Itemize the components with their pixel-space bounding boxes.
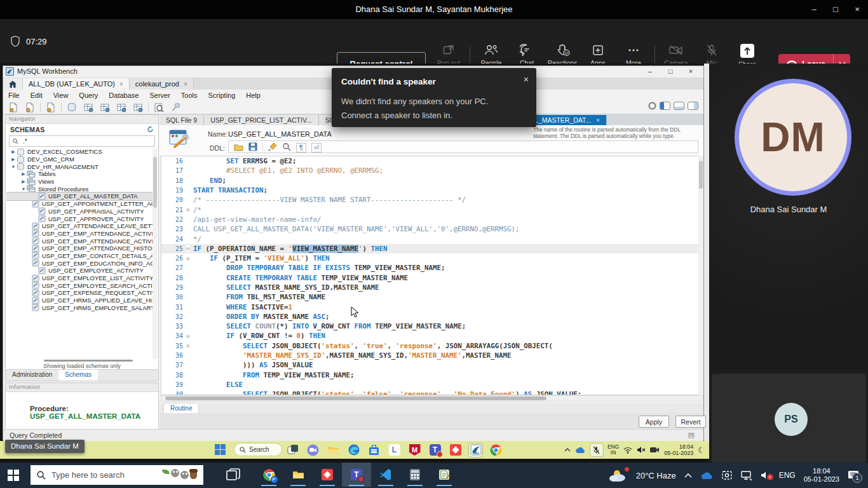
refresh-schemas-icon[interactable] <box>147 126 154 133</box>
fold-marker-icon[interactable]: ⊖ <box>183 245 193 252</box>
reconnect-icon[interactable] <box>169 102 182 113</box>
network-icon[interactable] <box>741 471 752 480</box>
restore-icon[interactable]: □ <box>825 0 846 19</box>
host-search-box[interactable]: Type here to search <box>31 465 203 485</box>
tray-chevron-up-icon[interactable] <box>564 448 571 452</box>
schema-filter[interactable] <box>9 135 155 147</box>
menu-file[interactable]: File <box>8 92 20 99</box>
shared-search-box[interactable]: Search <box>234 443 282 456</box>
tree-item-dev-excel-cosmetics[interactable]: ▶DEV_EXCEL_COSMETICS <box>6 148 153 156</box>
host-notepadpp-icon[interactable] <box>430 463 459 487</box>
tab-administration[interactable]: Administration <box>6 370 58 381</box>
tree-item-usp-get-appointment-letter-activity[interactable]: USP_GET_APPOINTMENT_LETTER_ACTIVITY <box>6 200 153 208</box>
navigator-scrollbar[interactable] <box>153 148 158 359</box>
collapse-arrow-icon[interactable]: ▶ <box>20 179 27 184</box>
tree-item-views[interactable]: ▶Views <box>6 178 153 186</box>
host-explorer-icon[interactable] <box>283 463 313 487</box>
night-light-icon[interactable]: ☾ <box>698 445 705 455</box>
search-icon[interactable] <box>153 102 165 113</box>
notification-close-icon[interactable]: × <box>524 74 529 85</box>
tree-item-dev-gmc-crm[interactable]: ▶DEV_GMC_CRM <box>6 156 153 163</box>
fold-marker-icon[interactable]: ⊖ <box>183 255 193 262</box>
save-icon[interactable] <box>248 142 257 151</box>
shared-store-icon[interactable] <box>367 444 381 457</box>
menu-scripting[interactable]: Scripting <box>208 92 236 99</box>
shared-clock[interactable]: 18:04 05-01-2023 <box>664 444 693 456</box>
menu-help[interactable]: Help <box>246 92 261 99</box>
weather-icon[interactable] <box>609 468 628 482</box>
sql-code-editor[interactable]: 16 SET ERRMSG = @E2;17 #SELECT @E1, @E2 … <box>161 156 703 395</box>
collapse-arrow-icon[interactable]: ▶ <box>20 172 27 177</box>
panel-bottom-toggle-icon[interactable] <box>674 102 684 110</box>
create-table-icon[interactable] <box>82 102 95 113</box>
output-toggle-icon[interactable]: ▤ <box>688 431 695 439</box>
shared-chrome-icon[interactable] <box>489 444 503 457</box>
editor-tab-0[interactable]: SQL File 9 <box>159 115 204 125</box>
shared-workbench-icon[interactable] <box>469 444 482 457</box>
fold-marker-icon[interactable]: ⊖ <box>183 333 193 339</box>
camera-tray-icon[interactable] <box>650 447 660 453</box>
panel-left-toggle-icon[interactable] <box>660 102 670 110</box>
dashboard-icon[interactable] <box>648 102 656 110</box>
shared-edge-icon[interactable] <box>347 444 360 457</box>
open-script-icon[interactable] <box>44 102 57 113</box>
create-function-icon[interactable] <box>132 102 144 113</box>
host-vscode-icon[interactable] <box>371 463 400 487</box>
weather-summary[interactable]: 20°C Haze <box>636 471 676 480</box>
tree-item-usp-get-appraisal-activity[interactable]: USP_GET_APPRAISAL_ACTIVITY <box>6 208 153 215</box>
wb-maximize-icon[interactable]: □ <box>660 66 681 78</box>
create-view-icon[interactable] <box>98 102 111 113</box>
shared-teams-chat-icon[interactable] <box>306 444 320 457</box>
expand-arrow-icon[interactable]: ▼ <box>10 165 17 169</box>
host-teams-icon[interactable]: T <box>342 463 371 487</box>
speaker-muted-icon[interactable]: × <box>761 471 771 480</box>
panel-right-toggle-icon[interactable] <box>688 102 698 110</box>
new-script-icon[interactable] <box>24 102 36 113</box>
shared-mcafee-icon[interactable]: M <box>408 444 421 457</box>
collapse-arrow-icon[interactable]: ▶ <box>10 157 17 162</box>
notification-center-icon[interactable]: 1 <box>848 470 859 480</box>
host-taskview-icon[interactable] <box>226 468 240 482</box>
onedrive-icon[interactable] <box>575 447 586 454</box>
fold-marker-icon[interactable]: ⊖ <box>183 207 193 213</box>
wb-close-icon[interactable]: × <box>681 66 701 78</box>
tree-item-usp-get-hrms-employee-salary-slip-a-[interactable]: USP_GET_HRMS_EMPLOYEE_SALARY_SLIP_A( <box>6 304 153 311</box>
shared-taskview-icon[interactable] <box>286 444 299 457</box>
open-icon[interactable] <box>234 143 243 151</box>
new-query-tab-icon[interactable] <box>7 102 20 113</box>
tree-item-usp-get-emp-contact-details-activity[interactable]: USP_GET_EMP_CONTACT_DETAILS_ACTIVITY <box>6 252 153 260</box>
tree-item-usp-get-approver-activity[interactable]: USP_GET_APPROVER_ACTIVITY <box>6 215 153 222</box>
participant-tile-main[interactable]: DM Dhana Sai Sundar M <box>709 64 868 369</box>
start-button-icon[interactable] <box>215 444 226 455</box>
onedrive-icon[interactable] <box>700 471 713 480</box>
tray-chevron-up-icon[interactable] <box>684 473 692 478</box>
tree-item-usp-get-emp-attendance-activity[interactable]: USP_GET_EMP_ATTENDANCE_ACTIVITY <box>6 230 153 238</box>
connection-tab-0[interactable]: ALL_DB (UAT_LEK_AUTO)× <box>23 78 130 90</box>
routine-name-value[interactable]: USP_GET_ALL_MASTER_DATA <box>228 130 332 138</box>
beautify-icon[interactable] <box>268 142 277 151</box>
tree-item-usp-get-expense-request-activity[interactable]: USP_GET_EXPENSE_REQUEST_ACTIVITY <box>6 289 153 297</box>
navigator-hscroll[interactable] <box>44 360 133 362</box>
host-language-indicator[interactable]: ENG <box>779 471 796 480</box>
schema-filter-input[interactable] <box>22 137 151 146</box>
tree-item-usp-get-employee-search-activity[interactable]: USP_GET_EMPLOYEE_SEARCH_ACTIVITY <box>6 281 153 289</box>
collapse-arrow-icon[interactable]: ▶ <box>10 149 17 154</box>
tree-item-usp-get-employee-activity[interactable]: USP_GET_EMPLOYEE_ACTIVITY <box>6 267 153 274</box>
close-tab-icon[interactable]: × <box>596 115 600 125</box>
host-start-button-icon[interactable] <box>8 470 19 481</box>
shared-teams-icon[interactable]: T <box>428 444 442 457</box>
expand-arrow-icon[interactable]: ▼ <box>20 187 27 191</box>
code-horizontal-scrollbar[interactable] <box>161 395 703 402</box>
tree-item-usp-get-emp-attendance-history-acti[interactable]: USP_GET_EMP_ATTENDANCE_HISTORY_ACTI <box>6 245 153 252</box>
editor-tab-active[interactable]: L_MASTER_DAT...× <box>528 115 607 125</box>
tree-item-stored-procedures[interactable]: ▼Stored Procedures <box>6 185 153 193</box>
code-vertical-scrollbar[interactable] <box>698 156 703 395</box>
minimize-icon[interactable]: – <box>803 0 825 19</box>
tree-item-usp-get-employee-list-activity[interactable]: USP_GET_EMPLOYEE_LIST_ACTIVITY <box>6 274 153 282</box>
host-anydesk-icon[interactable] <box>313 463 342 487</box>
close-tab-icon[interactable]: × <box>119 81 123 88</box>
tab-schemas[interactable]: Schemas <box>58 370 98 381</box>
tree-item-dev-hr-management[interactable]: ▼DEV_HR_MANAGEMENT <box>6 163 153 170</box>
fold-marker-icon[interactable]: ⊖ <box>183 342 193 349</box>
menu-view[interactable]: View <box>53 92 69 99</box>
